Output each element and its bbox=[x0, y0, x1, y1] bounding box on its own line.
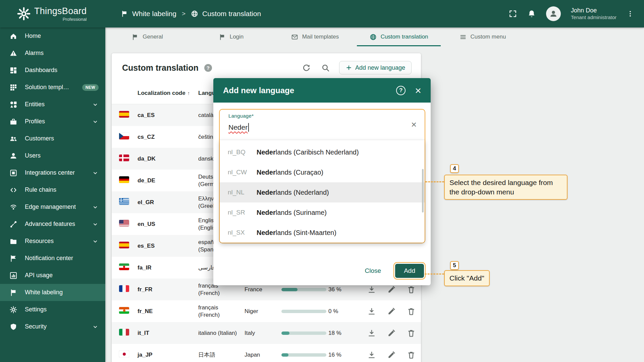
avatar[interactable] bbox=[546, 6, 561, 21]
sidebar-item-label: Profiles bbox=[25, 118, 45, 125]
cell-localization-code: fr_NE bbox=[138, 308, 198, 315]
sidebar-item-users[interactable]: Users bbox=[0, 147, 105, 164]
language-option-nl_SR[interactable]: nl_SRNederlands (Suriname) bbox=[220, 202, 425, 223]
thingsboard-logo-icon bbox=[17, 7, 31, 21]
sidebar-item-solution-templates[interactable]: Solution templatesNEW bbox=[0, 79, 105, 96]
delete-button[interactable] bbox=[407, 329, 416, 338]
language-input-value[interactable]: Neder bbox=[228, 123, 248, 131]
tab-mail-templates[interactable]: Mail templates bbox=[273, 27, 357, 46]
option-code: nl_CW bbox=[228, 169, 257, 176]
rule-chains-icon bbox=[9, 186, 17, 194]
refresh-icon[interactable] bbox=[302, 64, 311, 72]
home-icon bbox=[9, 32, 17, 40]
table-row[interactable]: fr_NEfrançais(French)Niger0 % bbox=[112, 300, 421, 322]
download-button[interactable] bbox=[367, 285, 376, 294]
language-option-nl_NL[interactable]: nl_NLNederlands (Nederland) bbox=[220, 182, 425, 202]
tab-label: Custom menu bbox=[471, 34, 506, 40]
tab-custom-translation[interactable]: Custom translation bbox=[357, 27, 441, 46]
dialog-close-icon[interactable]: × bbox=[415, 85, 421, 96]
language-input-field[interactable]: Language* Neder × bbox=[220, 110, 425, 140]
mail-icon bbox=[291, 34, 298, 41]
sidebar-item-notification-center[interactable]: Notification center bbox=[0, 250, 105, 267]
add-new-language-button[interactable]: Add new language bbox=[339, 61, 412, 74]
clear-input-icon[interactable]: × bbox=[411, 119, 417, 130]
breadcrumb-label: White labeling bbox=[132, 10, 176, 18]
tab-custom-menu[interactable]: Custom menu bbox=[441, 27, 525, 46]
column-localization-code[interactable]: Localization code ↑ bbox=[138, 90, 198, 97]
breadcrumb-white-labeling[interactable]: White labeling bbox=[121, 10, 176, 18]
download-button[interactable] bbox=[367, 351, 376, 359]
dialog-help-icon[interactable]: ? bbox=[396, 86, 406, 95]
solution-templates-icon bbox=[9, 83, 17, 92]
edit-button[interactable] bbox=[387, 351, 396, 359]
flag-es-icon bbox=[119, 242, 129, 248]
settings-icon bbox=[9, 306, 17, 314]
text-caret bbox=[248, 123, 249, 132]
sidebar-item-advanced-features[interactable]: Advanced features bbox=[0, 216, 105, 233]
option-code: nl_SX bbox=[228, 229, 257, 236]
sidebar-item-home[interactable]: Home bbox=[0, 27, 105, 45]
delete-button[interactable] bbox=[407, 351, 416, 359]
close-button[interactable]: Close bbox=[360, 264, 387, 278]
translation-progress-bar bbox=[281, 288, 326, 291]
sidebar-item-security[interactable]: Security bbox=[0, 318, 105, 335]
delete-button[interactable] bbox=[407, 285, 416, 294]
plus-icon bbox=[345, 64, 352, 71]
option-label: Nederlands (Nederland) bbox=[257, 189, 329, 196]
language-option-nl_CW[interactable]: nl_CWNederlands (Curaçao) bbox=[220, 162, 425, 182]
option-code: nl_SR bbox=[228, 209, 257, 216]
user-info[interactable]: John Doe Tenant administrator bbox=[571, 7, 616, 20]
app-logo[interactable]: ThingsBoard Professional bbox=[0, 6, 105, 22]
sidebar-item-entities[interactable]: Entities bbox=[0, 96, 105, 113]
help-icon[interactable]: ? bbox=[204, 64, 212, 72]
translation-progress-bar bbox=[281, 331, 326, 335]
sidebar-item-alarms[interactable]: Alarms bbox=[0, 45, 105, 62]
brand-text: ThingsBoard Professional bbox=[34, 6, 87, 22]
language-option-nl_SX[interactable]: nl_SXNederlands (Sint-Maarten) bbox=[220, 223, 425, 243]
more-menu-button[interactable] bbox=[627, 10, 634, 18]
sidebar-item-api-usage[interactable]: API usage bbox=[0, 267, 105, 284]
sidebar-item-dashboards[interactable]: Dashboards bbox=[0, 62, 105, 79]
fullscreen-button[interactable] bbox=[508, 9, 517, 18]
sidebar-item-customers[interactable]: Customers bbox=[0, 130, 105, 147]
cell-localization-code: ca_ES bbox=[138, 112, 198, 119]
flag-icon bbox=[131, 34, 139, 41]
tab-login[interactable]: Login bbox=[189, 27, 273, 46]
sidebar-item-white-labeling[interactable]: White labeling bbox=[0, 284, 105, 301]
new-badge: NEW bbox=[82, 84, 99, 91]
notifications-bell-button[interactable] bbox=[527, 9, 536, 18]
table-row[interactable]: ja_JP日本語Japan16 % bbox=[112, 344, 421, 362]
table-row[interactable]: it_ITitaliano (Italian)Italy18 % bbox=[112, 322, 421, 344]
download-button[interactable] bbox=[367, 307, 376, 316]
sidebar-item-label: Advanced features bbox=[25, 221, 75, 228]
search-icon[interactable] bbox=[321, 64, 330, 72]
edit-button[interactable] bbox=[387, 329, 396, 338]
sidebar-item-profiles[interactable]: Profiles bbox=[0, 113, 105, 130]
chevron-down-icon bbox=[92, 170, 99, 176]
person-icon bbox=[549, 9, 558, 18]
edit-button[interactable] bbox=[387, 307, 396, 316]
callout-connector-5 bbox=[425, 274, 444, 275]
users-icon bbox=[9, 152, 17, 160]
breadcrumb-custom-translation[interactable]: Custom translation bbox=[191, 10, 261, 18]
add-button[interactable]: Add bbox=[395, 264, 424, 278]
sidebar-item-label: Security bbox=[25, 323, 47, 330]
download-button[interactable] bbox=[367, 329, 376, 338]
delete-button[interactable] bbox=[407, 307, 416, 316]
edge-icon bbox=[9, 203, 17, 211]
language-option-nl_BQ[interactable]: nl_BQNederlands (Caribisch Nederland) bbox=[220, 142, 425, 162]
edit-button[interactable] bbox=[387, 285, 396, 294]
option-label: Nederlands (Sint-Maarten) bbox=[257, 229, 336, 237]
entities-icon bbox=[9, 101, 17, 109]
sidebar-item-edge-management[interactable]: Edge management bbox=[0, 198, 105, 216]
dropdown-scrollbar[interactable] bbox=[422, 169, 424, 213]
sidebar-item-integrations-center[interactable]: Integrations center bbox=[0, 164, 105, 181]
cell-localization-code: es_ES bbox=[138, 243, 198, 249]
cell-progress-percent: 36 % bbox=[328, 286, 348, 293]
tab-general[interactable]: General bbox=[105, 27, 189, 46]
sidebar-item-rule-chains[interactable]: Rule chains bbox=[0, 181, 105, 198]
sidebar-item-resources[interactable]: Resources bbox=[0, 233, 105, 250]
sidebar-item-settings[interactable]: Settings bbox=[0, 301, 105, 318]
sidebar-item-label: API usage bbox=[25, 272, 53, 279]
customers-icon bbox=[9, 135, 17, 143]
